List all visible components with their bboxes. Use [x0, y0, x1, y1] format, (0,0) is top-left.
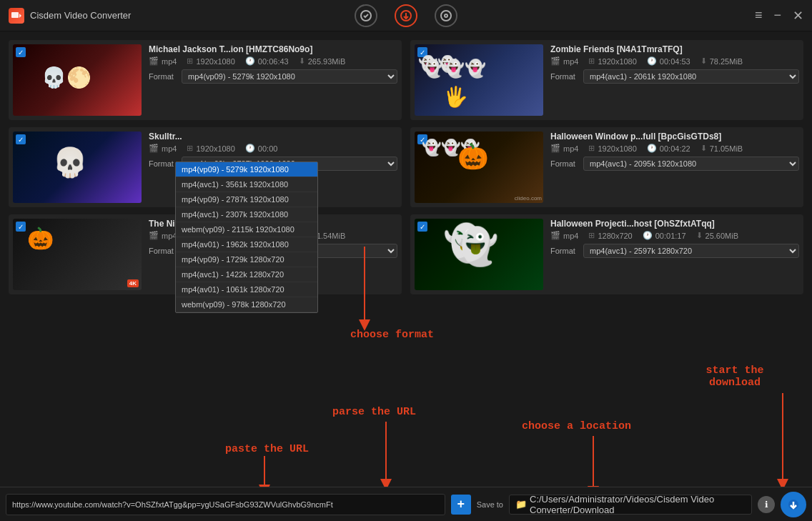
svg-rect-0	[11, 12, 19, 18]
title-5: Halloween Window p...full [BpcGisGTDs8]	[550, 132, 736, 142]
format-select-5[interactable]: mp4(avc1) - 2095k 1920x1080	[583, 157, 799, 171]
window-controls: ≡ − ✕	[755, 8, 803, 24]
clock-icon-5: 🕐	[647, 144, 657, 153]
format-label-4: Format	[550, 72, 579, 81]
thumb-3: ✓ 4K 🎃	[13, 219, 142, 290]
video-item-1: ✓ Michael Jackson T...ion [HMZTC86No9o] …	[9, 40, 402, 120]
clock-icon-4: 🕐	[647, 56, 657, 66]
film-icon-2: 🎬	[149, 144, 159, 153]
convert-nav-btn[interactable]	[355, 4, 377, 27]
res-2: ⊞ 1920x1080	[187, 144, 234, 153]
badge-3: 4K	[127, 279, 139, 287]
saveto-path: 📁 C:/Users/Administrator/Videos/Cisdem V…	[509, 495, 752, 515]
dur-4: 🕐 00:04:53	[647, 56, 690, 66]
dl-icon-4: ⬇	[700, 56, 707, 66]
dropdown-item-0[interactable]: mp4(vp09) - 5279k 1920x1080	[176, 162, 317, 177]
clock-icon-1: 🕐	[245, 56, 255, 66]
format-label-1: Format	[149, 72, 177, 81]
size-1: ⬇ 265.93MiB	[299, 56, 346, 66]
dl-icon-5: ⬇	[700, 144, 707, 153]
titlebar: Cisdem Video Converter ≡ − ✕	[0, 0, 812, 31]
format-row-6: Format mp4(avc1) - 2597k 1280x720	[550, 244, 799, 258]
format-row-1: Format mp4(vp09) - 5279k 1920x1080	[149, 69, 397, 84]
dropdown-item-8[interactable]: mp4(av01) - 1061k 1280x720	[176, 282, 317, 297]
format-dropdown-1[interactable]: mp4(vp09) - 5279k 1920x1080 mp4(avc1) - …	[175, 162, 318, 313]
download-nav-btn[interactable]	[395, 4, 417, 27]
saveto-options-btn[interactable]: ℹ	[758, 496, 775, 513]
dur-6: 🕐 00:01:17	[643, 231, 686, 240]
dropdown-item-3[interactable]: mp4(avc1) - 2307k 1920x1080	[176, 207, 317, 222]
format-label-5: Format	[550, 159, 579, 168]
res-6: ⊞ 1280x720	[588, 231, 632, 240]
format-badge-5: 🎬 mp4	[550, 144, 578, 153]
format-badge-1: 🎬 mp4	[149, 56, 177, 66]
saveto-label: Save to	[477, 500, 503, 509]
format-row-5: Format mp4(avc1) - 2095k 1920x1080	[550, 157, 799, 171]
clock-icon-2: 🕐	[245, 144, 255, 153]
meta-1: 🎬 mp4 ⊞ 1920x1080 🕐 00:06:43 ⬇ 265.93MiB	[149, 56, 397, 66]
dur-1: 🕐 00:06:43	[245, 56, 289, 66]
dur-5: 🕐 00:04:22	[647, 144, 690, 153]
dropdown-item-4[interactable]: webm(vp09) - 2115k 1920x1080	[176, 222, 317, 237]
video-item-6: ✓ 👻 Halloween Projecti...host [OhSZfxtAT…	[410, 214, 803, 294]
format-select-1[interactable]: mp4(vp09) - 5279k 1920x1080	[182, 69, 397, 84]
thumb-6: ✓ 👻	[415, 219, 543, 290]
thumb-1: ✓	[13, 44, 142, 116]
res-icon-4: ⊞	[588, 56, 595, 66]
dur-2: 🕐 00:00	[245, 144, 278, 153]
size-4: ⬇ 78.25MiB	[700, 56, 743, 66]
dropdown-item-6[interactable]: mp4(vp09) - 1729k 1280x720	[176, 252, 317, 267]
res-icon-1: ⊞	[187, 56, 193, 66]
title-1: Michael Jackson T...ion [HMZTC86No9o]	[149, 44, 335, 54]
minimize-btn[interactable]: −	[773, 8, 781, 24]
format-badge-4: 🎬 mp4	[550, 56, 578, 66]
dropdown-item-9[interactable]: webm(vp09) - 978k 1280x720	[176, 297, 317, 312]
meta-6: 🎬 mp4 ⊞ 1280x720 🕐 00:01:17 ⬇ 25.60MiB	[550, 231, 799, 240]
check-2[interactable]: ✓	[16, 134, 26, 144]
meta-4: 🎬 mp4 ⊞ 1920x1080 🕐 00:04:53 ⬇ 78.25MiB	[550, 56, 799, 66]
info-1: Michael Jackson T...ion [HMZTC86No9o] 🎬 …	[149, 44, 397, 116]
format-select-6[interactable]: mp4(avc1) - 2597k 1280x720	[583, 244, 799, 258]
size-5: ⬇ 71.05MiB	[700, 144, 743, 153]
res-icon-6: ⊞	[588, 231, 595, 240]
folder-icon: 📁	[515, 499, 527, 510]
format-select-4[interactable]: mp4(avc1) - 2061k 1920x1080	[583, 69, 799, 84]
format-label-6: Format	[550, 247, 579, 255]
title-4: Zombie Friends [N4A1TmraTFQ]	[550, 44, 736, 54]
res-4: ⊞ 1920x1080	[588, 56, 636, 66]
info-4: Zombie Friends [N4A1TmraTFQ] 🎬 mp4 ⊞ 192…	[550, 44, 799, 116]
menu-btn[interactable]: ≡	[755, 8, 763, 24]
title-2: Skulltr...	[149, 132, 335, 142]
dropdown-item-2[interactable]: mp4(vp09) - 2787k 1920x1080	[176, 192, 317, 207]
check-6[interactable]: ✓	[417, 222, 427, 232]
thumb-5: ✓ 👻👻👻 clideo.com	[415, 132, 543, 203]
format-label-3: Format	[149, 247, 177, 255]
check-1[interactable]: ✓	[16, 47, 26, 57]
add-url-btn[interactable]: +	[451, 495, 471, 515]
film-icon-6: 🎬	[550, 231, 560, 240]
dl-icon-6: ⬇	[696, 231, 703, 240]
film-icon-5: 🎬	[550, 144, 560, 153]
thumb-4: ✓ 👻👻 🖐	[415, 44, 543, 116]
nav-icons	[355, 4, 457, 27]
format-label-2: Format	[149, 159, 177, 168]
dl-icon-1: ⬇	[299, 56, 305, 66]
video-item-5: ✓ 👻👻👻 clideo.com Halloween Window p...fu…	[410, 127, 803, 207]
start-download-btn[interactable]	[781, 492, 806, 517]
dropdown-item-5[interactable]: mp4(av01) - 1962k 1920x1080	[176, 237, 317, 252]
disc-nav-btn[interactable]	[435, 4, 457, 27]
app-logo	[9, 8, 24, 24]
meta-2: 🎬 mp4 ⊞ 1920x1080 🕐 00:00	[149, 144, 397, 153]
dropdown-item-7[interactable]: mp4(avc1) - 1422k 1280x720	[176, 267, 317, 282]
saveto-path-text: C:/Users/Administrator/Videos/Cisdem Vid…	[530, 494, 743, 515]
svg-marker-1	[19, 14, 21, 18]
film-icon-1: 🎬	[149, 56, 159, 66]
url-input[interactable]	[6, 494, 445, 515]
check-3[interactable]: ✓	[16, 222, 26, 232]
main-content: ✓ Michael Jackson T...ion [HMZTC86No9o] …	[0, 31, 812, 487]
size-6: ⬇ 25.60MiB	[696, 231, 738, 240]
close-btn[interactable]: ✕	[793, 8, 803, 24]
svg-point-5	[441, 11, 451, 21]
dropdown-item-1[interactable]: mp4(avc1) - 3561k 1920x1080	[176, 177, 317, 192]
info-5: Halloween Window p...full [BpcGisGTDs8] …	[550, 132, 799, 203]
